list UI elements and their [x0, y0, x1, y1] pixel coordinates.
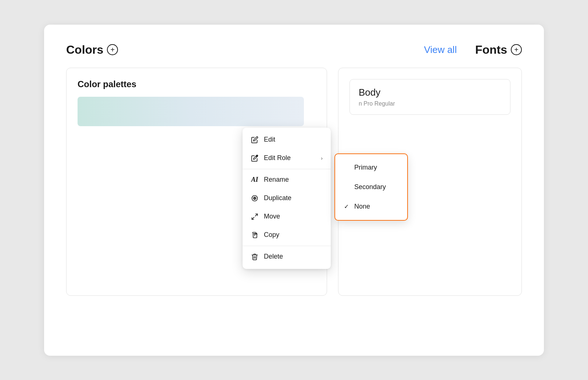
menu-item-delete[interactable]: Delete: [243, 248, 331, 266]
menu-item-edit[interactable]: Edit: [243, 131, 331, 149]
font-card-title: Body: [359, 87, 501, 98]
edit-label: Edit: [264, 136, 323, 143]
move-icon: [251, 213, 259, 221]
delete-label: Delete: [264, 253, 323, 260]
edit-role-icon: [251, 154, 259, 162]
edit-icon: [251, 136, 259, 144]
fonts-section-title: Fonts +: [475, 43, 522, 57]
duplicate-label: Duplicate: [264, 194, 323, 202]
menu-divider-2: [243, 246, 331, 246]
context-menu: Edit Edit Role › AI Rename: [243, 128, 331, 269]
delete-icon: [251, 253, 259, 261]
role-submenu: Primary Secondary ✓ None: [334, 153, 408, 221]
none-label: None: [354, 203, 370, 210]
svg-point-0: [256, 155, 258, 157]
font-card-subtitle: n Pro Regular: [359, 100, 501, 107]
font-card-body: Body n Pro Regular: [349, 79, 510, 115]
fonts-add-button[interactable]: +: [511, 44, 522, 55]
role-item-primary[interactable]: Primary: [335, 158, 407, 177]
menu-item-edit-role[interactable]: Edit Role ›: [243, 149, 331, 167]
color-palette-bar[interactable]: [78, 97, 304, 126]
menu-item-rename[interactable]: AI Rename: [243, 171, 331, 189]
fonts-title-text: Fonts: [475, 43, 507, 57]
top-bar: Colors + View all Fonts +: [66, 43, 522, 57]
secondary-label: Secondary: [354, 183, 386, 191]
view-all-link[interactable]: View all: [424, 44, 457, 56]
menu-item-copy[interactable]: Copy: [243, 226, 331, 244]
colors-section-title: Colors +: [66, 43, 118, 57]
color-palettes-title: Color palettes: [78, 79, 316, 89]
duplicate-icon: [251, 194, 259, 202]
menu-divider-1: [243, 169, 331, 169]
move-label: Move: [264, 213, 323, 220]
edit-role-arrow: ›: [321, 155, 323, 161]
role-item-secondary[interactable]: Secondary: [335, 177, 407, 197]
rename-icon: AI: [251, 176, 259, 184]
copy-icon: [251, 231, 259, 239]
role-item-none[interactable]: ✓ None: [335, 197, 407, 216]
main-container: Colors + View all Fonts + Color palettes…: [44, 25, 544, 356]
colors-add-button[interactable]: +: [107, 44, 118, 55]
none-checkmark: ✓: [344, 203, 351, 210]
copy-label: Copy: [264, 231, 323, 239]
edit-role-label: Edit Role: [264, 154, 316, 162]
menu-item-move[interactable]: Move: [243, 207, 331, 226]
primary-label: Primary: [354, 164, 377, 171]
rename-label: Rename: [264, 176, 323, 184]
menu-item-duplicate[interactable]: Duplicate: [243, 189, 331, 207]
colors-title-text: Colors: [66, 43, 103, 57]
